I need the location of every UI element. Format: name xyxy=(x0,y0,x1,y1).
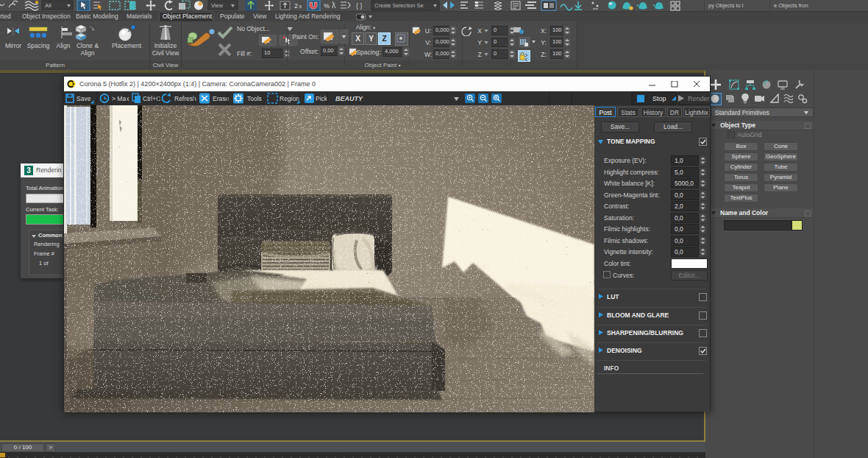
svg-text:View: View xyxy=(211,2,224,9)
svg-text:%: % xyxy=(324,2,330,10)
svg-text:Erase: Erase xyxy=(213,95,229,102)
svg-text:Render: Render xyxy=(688,95,710,102)
svg-text:Refresh: Refresh xyxy=(174,95,196,102)
svg-text:Stop: Stop xyxy=(652,95,666,102)
svg-text:Save: Save xyxy=(77,95,91,102)
svg-text:py Objects to l: py Objects to l xyxy=(708,2,744,9)
svg-text:Pick: Pick xyxy=(316,95,328,102)
svg-text:Tools: Tools xyxy=(247,95,262,102)
svg-text:2.5: 2.5 xyxy=(294,2,302,10)
svg-text:e Objects fron: e Objects fron xyxy=(774,2,808,9)
svg-text:{ }: { } xyxy=(356,2,363,10)
svg-text:Region: Region xyxy=(280,95,299,102)
svg-text:All: All xyxy=(45,2,51,9)
svg-text:> Max: > Max xyxy=(112,95,129,102)
svg-text:BEAUTY: BEAUTY xyxy=(335,95,363,102)
svg-text:Create Selection Se: Create Selection Se xyxy=(374,2,424,9)
